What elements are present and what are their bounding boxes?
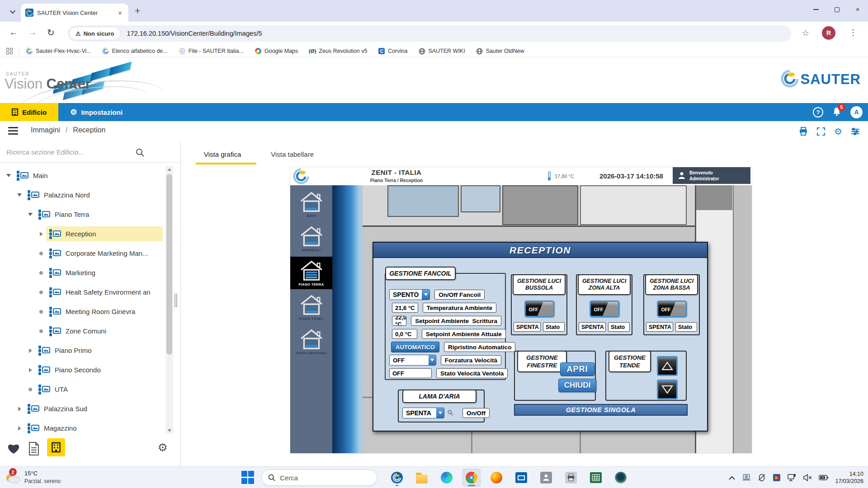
tree-node[interactable]: Piano Secondo: [35, 362, 163, 377]
lama-onoff-select[interactable]: SPENTA: [402, 408, 444, 418]
sidebar-item-piano-terra[interactable]: Piano Terra: [0, 205, 163, 224]
sidebar-item-marketing[interactable]: Marketing: [0, 263, 163, 282]
new-tab-button[interactable]: +: [135, 5, 140, 16]
start-button[interactable]: [241, 471, 255, 484]
tree-node[interactable]: Magazzino: [24, 421, 163, 434]
notifications-button[interactable]: 5: [832, 107, 841, 118]
tab-close-icon[interactable]: ×: [116, 9, 124, 17]
nav-tab-impostazioni[interactable]: ⚙ Impostazioni: [58, 103, 134, 121]
tree-caret-icon[interactable]: [4, 174, 14, 177]
automatico-button[interactable]: AUTOMATICO: [391, 342, 439, 352]
browser-tab[interactable]: SAUTER Vision Center ×: [21, 4, 128, 22]
taskbar-search[interactable]: Cerca: [261, 469, 377, 486]
floor-nav-generali[interactable]: GENERALI: [290, 222, 332, 255]
finestre-apri-button[interactable]: APRI: [560, 362, 594, 376]
browser-menu-icon[interactable]: ⋮: [849, 28, 857, 38]
luci-toggle-switch[interactable]: OFF: [657, 300, 687, 317]
tray-chevron-icon[interactable]: [729, 476, 735, 480]
tree-node[interactable]: Piano Primo: [35, 343, 163, 358]
floor-nav-piano-primo[interactable]: PIANO PRIMO: [290, 291, 332, 324]
bookmark-item[interactable]: Elenco alfabetico de...: [102, 47, 168, 55]
taskbar-app-edge[interactable]: [438, 469, 456, 487]
tree-caret-icon[interactable]: [14, 426, 24, 431]
taskbar-app-monitor-app[interactable]: [612, 469, 630, 487]
taskbar-app-printer-app[interactable]: [562, 469, 580, 487]
bookmark-star-icon[interactable]: ☆: [802, 28, 809, 38]
bookmark-item[interactable]: SAUTER WIKI: [418, 47, 465, 55]
bookmark-item[interactable]: Google Maps: [255, 47, 298, 55]
bookmark-item[interactable]: Sauter OldNew: [476, 47, 524, 55]
tray-battery-icon[interactable]: [819, 475, 828, 480]
settings-button[interactable]: ⚙: [834, 126, 842, 137]
documents-icon[interactable]: [28, 442, 40, 457]
luci-toggle-switch[interactable]: OFF: [590, 300, 619, 317]
favorites-heart-icon[interactable]: [7, 443, 20, 456]
nav-tab-edificio[interactable]: Edificio: [0, 103, 58, 121]
tree-node[interactable]: Piano Terra: [35, 207, 163, 222]
apps-grid-icon[interactable]: [6, 48, 13, 54]
tray-display-icon[interactable]: [788, 474, 797, 482]
tree-node[interactable]: Corporate Marketing Man...: [46, 246, 163, 261]
taskbar-weather-widget[interactable]: 2 15°C Parzial. sereno: [5, 468, 61, 486]
tree-node[interactable]: Zone Comuni: [46, 324, 163, 338]
tende-down-button[interactable]: [657, 380, 678, 399]
bookmark-item[interactable]: Sauter-Flex-Hvac-Vi...: [26, 47, 91, 55]
taskbar-app-outlook[interactable]: [512, 469, 530, 487]
sidebar-scrollbar[interactable]: [165, 166, 173, 434]
tab-vista-grafica[interactable]: Vista grafica: [199, 144, 245, 164]
back-button[interactable]: ←: [9, 27, 18, 38]
scroll-down-icon[interactable]: [165, 427, 173, 434]
tree-node[interactable]: Reception: [46, 226, 163, 241]
taskbar-app-chrome[interactable]: [462, 469, 481, 487]
sidebar-item-palazzina-nord[interactable]: Palazzina Nord: [0, 185, 163, 205]
sidebar-settings-icon[interactable]: ⚙: [158, 441, 168, 454]
tree-node[interactable]: UTA: [35, 382, 163, 397]
tree-caret-icon[interactable]: [25, 348, 35, 353]
sidebar-item-healt-safety-envirorment-an[interactable]: Healt Safety Envirorment an: [0, 282, 163, 302]
building-view-button[interactable]: [47, 438, 65, 456]
tray-laptop-icon[interactable]: [742, 474, 751, 481]
breadcrumb-section[interactable]: Immagini: [31, 126, 60, 134]
fullscreen-button[interactable]: [816, 127, 826, 136]
user-avatar[interactable]: A: [850, 106, 863, 118]
search-icon[interactable]: [136, 148, 144, 159]
floor-nav-main[interactable]: MAIN: [290, 188, 332, 221]
fancoil-select[interactable]: OFF: [389, 355, 436, 366]
taskbar-app-file-explorer[interactable]: [413, 469, 431, 487]
pane-splitter-handle[interactable]: [175, 294, 179, 307]
filter-sliders-button[interactable]: [851, 127, 860, 136]
taskbar-app-excel[interactable]: [587, 469, 605, 487]
taskbar-app-firefox[interactable]: [487, 469, 505, 487]
bookmark-item[interactable]: {Ø}Zeus Revolution v5: [309, 47, 367, 55]
floor-nav-piano-terra[interactable]: PIANO TERRA: [290, 257, 332, 289]
reload-button[interactable]: ↻: [47, 27, 55, 38]
tree-caret-icon[interactable]: [14, 407, 24, 411]
sidebar-search-input[interactable]: [0, 142, 149, 162]
sidebar-item-magazzino[interactable]: Magazzino: [0, 418, 163, 434]
taskbar-clock[interactable]: 14:10 17/03/2026: [835, 470, 863, 485]
sidebar-item-uta[interactable]: UTA: [0, 380, 163, 399]
tree-node[interactable]: Palazzina Sud: [24, 401, 163, 416]
tende-up-button[interactable]: [657, 356, 678, 376]
gestione-singola-bar[interactable]: GESTIONE SINGOLA: [514, 404, 688, 416]
sidebar-item-reception[interactable]: Reception: [0, 224, 163, 244]
luci-toggle-switch[interactable]: OFF: [524, 300, 554, 317]
scroll-up-icon[interactable]: [165, 166, 173, 173]
menu-hamburger-icon[interactable]: [8, 127, 18, 136]
tree-node[interactable]: Main: [14, 168, 163, 183]
bookmark-item[interactable]: ~File - SAUTER Italia...: [179, 47, 244, 55]
tree-caret-icon[interactable]: [25, 368, 35, 372]
window-minimize-button[interactable]: [806, 0, 826, 19]
sidebar-item-zone-comuni[interactable]: Zone Comuni: [0, 321, 163, 341]
tray-security-app-icon[interactable]: [773, 474, 781, 482]
window-maximize-button[interactable]: [826, 0, 847, 19]
address-bar[interactable]: ⚠ Non sicuro 172.16.20.150/VisionCenter/…: [68, 25, 791, 42]
help-button[interactable]: ?: [813, 107, 823, 117]
tree-caret-icon[interactable]: [25, 213, 35, 216]
floor-nav-piano-secondo[interactable]: PIANO SECONDO: [290, 325, 332, 358]
finestre-chiudi-button[interactable]: CHIUDI: [558, 379, 596, 392]
tree-node[interactable]: Healt Safety Envirorment an: [46, 285, 163, 300]
tab-vista-tabellare[interactable]: Vista tabellare: [266, 144, 318, 164]
tree-caret-icon[interactable]: [14, 193, 24, 197]
security-chip[interactable]: ⚠ Non sicuro: [69, 27, 121, 40]
